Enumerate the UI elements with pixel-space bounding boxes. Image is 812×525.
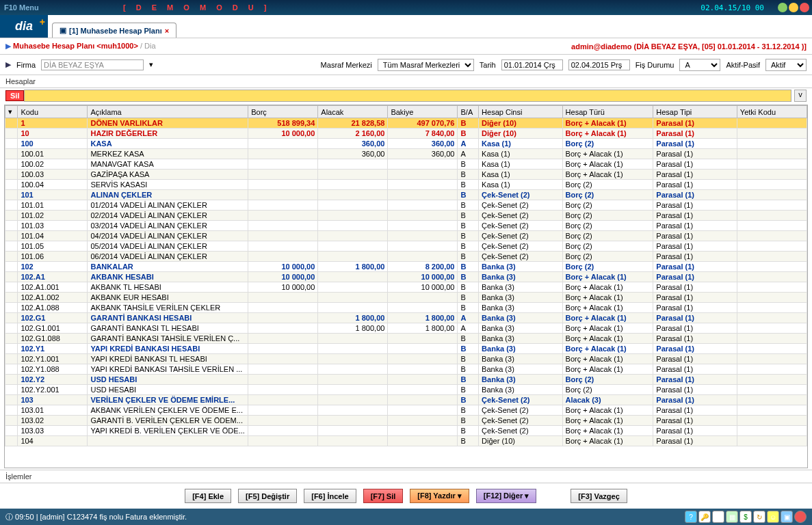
table-row[interactable]: 100.02MANAVGAT KASABKasa (1)Borç + Alaca…: [5, 159, 807, 170]
tarih-from-input[interactable]: [501, 59, 563, 70]
table-row[interactable]: 103.01AKBANK VERİLEN ÇEKLER VE ÖDEME E..…: [5, 405, 807, 416]
table-row[interactable]: 101.0101/2014 VADELİ ALINAN ÇEKLERBÇek-S…: [5, 200, 807, 211]
table-row[interactable]: 102.G1.088GARANTİ BANKASI TAHSİLE VERİLE…: [5, 334, 807, 344]
filter-input[interactable]: [24, 90, 791, 102]
print-button[interactable]: [F8] Yazdır ▾: [410, 489, 469, 503]
close-icon[interactable]: [800, 3, 809, 12]
column-header[interactable]: Hesap Türü: [562, 106, 653, 118]
dropdown-icon[interactable]: ▾: [149, 60, 153, 69]
demo-mode-label: [ D E M O M O D U ]: [123, 3, 270, 12]
masraf-label: Masraf Merkezi: [321, 61, 372, 69]
filter-bar: ▶ Firma ▾ Masraf Merkezi Tüm Masraf Merk…: [0, 55, 812, 75]
subsection-title: İşlemler: [0, 470, 812, 483]
table-row[interactable]: 102.G1.001GARANTİ BANKASI TL HESABI1 800…: [5, 323, 807, 334]
table-row[interactable]: 1DÖNEN VARLIKLAR518 899,3421 828,58497 0…: [5, 118, 807, 129]
money-icon[interactable]: $: [739, 511, 752, 523]
aktif-label: Aktif-Pasif: [726, 61, 760, 69]
table-row[interactable]: 102BANKALAR10 000,001 800,008 200,00BBan…: [5, 262, 807, 272]
table-row[interactable]: 100.01MERKEZ KASA360,00360,00AKasa (1)Bo…: [5, 149, 807, 159]
aktif-select[interactable]: Aktif: [765, 59, 807, 71]
f10-menu[interactable]: F10 Menu: [4, 3, 39, 12]
cancel-button[interactable]: [F3] Vazgeç: [571, 489, 627, 503]
table-row[interactable]: 101.0202/2014 VADELİ ALINAN ÇEKLERBÇek-S…: [5, 211, 807, 221]
table-row[interactable]: 102.Y1YAPI KREDİ BANKASI HESABIBBanka (3…: [5, 344, 807, 354]
key-icon[interactable]: 🔑: [698, 511, 711, 523]
column-header[interactable]: Alacak: [318, 106, 388, 118]
tab-muhasebe-hesap-plani[interactable]: ▣ [1] Muhasebe Hesap Planı ×: [52, 23, 176, 38]
table-row[interactable]: 103VERİLEN ÇEKLER VE ÖDEME EMİRLE...BÇek…: [5, 395, 807, 405]
column-header[interactable]: Yetki Kodu: [737, 106, 807, 118]
maximize-icon[interactable]: [789, 3, 798, 12]
table-row[interactable]: 100.03GAZİPAŞA KASABKasa (1)Borç + Alaca…: [5, 170, 807, 180]
titlebar-timestamp: 02.04.15/10 00: [700, 3, 764, 12]
help-icon[interactable]: ?: [685, 511, 697, 523]
clear-filter-button[interactable]: Sil: [5, 90, 24, 101]
column-header[interactable]: Hesap Tipi: [653, 106, 737, 118]
filter-options-button[interactable]: v: [794, 90, 807, 102]
smiley-icon[interactable]: ☺: [767, 511, 779, 523]
table-row[interactable]: 101.0505/2014 VADELİ ALINAN ÇEKLERBÇek-S…: [5, 241, 807, 252]
table-row[interactable]: 102.G1GARANTİ BANKASI HESABI1 800,001 80…: [5, 313, 807, 323]
table-row[interactable]: 104BDiğer (10)Borç + Alacak (1)Parasal (…: [5, 436, 807, 446]
table-row[interactable]: 103.03YAPI KREDİ B. VERİLEN ÇEKLER VE ÖD…: [5, 426, 807, 436]
info-icon: ⓘ: [5, 513, 13, 521]
masraf-select[interactable]: Tüm Masraf Merkezleri: [378, 59, 474, 71]
column-header[interactable]: Hesap Cinsi: [479, 106, 563, 118]
expand-icon[interactable]: ▶: [5, 60, 11, 69]
fis-label: Fiş Durumu: [636, 61, 675, 69]
status-bar: ⓘ 09:50 | [admin] C123474 fiş nolu Fatur…: [0, 509, 812, 525]
breadcrumb: ▶ Muhasebe Hesap Planı <muh1000> / Dia: [5, 42, 156, 51]
other-button[interactable]: [F12] Diğer ▾: [476, 489, 537, 503]
button-bar: [F4] Ekle [F5] Değiştir [F6] İncele [F7]…: [0, 483, 812, 509]
view-button[interactable]: [F6] İncele: [304, 489, 356, 503]
table-row[interactable]: 102.A1.001AKBANK TL HESABI10 000,0010 00…: [5, 282, 807, 293]
table-row[interactable]: 101.0404/2014 VADELİ ALINAN ÇEKLERBÇek-S…: [5, 231, 807, 241]
table-row[interactable]: 10HAZIR DEĞERLER10 000,002 160,007 840,0…: [5, 129, 807, 139]
table-row[interactable]: 102.Y1.001YAPI KREDİ BANKASI TL HESABIBB…: [5, 354, 807, 364]
add-button[interactable]: [F4] Ekle: [185, 489, 231, 503]
table-row[interactable]: 101.0303/2014 VADELİ ALINAN ÇEKLERBÇek-S…: [5, 221, 807, 231]
firma-label: Firma: [16, 61, 36, 69]
table-row[interactable]: 102.A1.088AKBANK TAHSİLE VERİLEN ÇEKLERB…: [5, 303, 807, 313]
section-title: Hesaplar: [0, 75, 812, 88]
table-row[interactable]: 102.Y2.001USD HESABIBBanka (3)Borç (2)Pa…: [5, 385, 807, 395]
titlebar: F10 Menu [ D E M O M O D U ] 02.04.15/10…: [0, 0, 812, 15]
tab-close-icon[interactable]: ×: [165, 27, 169, 35]
stop-icon[interactable]: [794, 511, 807, 523]
minimize-icon[interactable]: [778, 3, 787, 12]
user-session-label: admin@diademo (DİA BEYAZ EŞYA, [05] 01.0…: [571, 42, 807, 51]
column-header[interactable]: Bakiye: [388, 106, 458, 118]
table-row[interactable]: 102.A1AKBANK HESABI10 000,0010 000,00BBa…: [5, 272, 807, 282]
table-row[interactable]: 100KASA360,00360,00AKasa (1)Borç (2)Para…: [5, 139, 807, 149]
column-header[interactable]: B/A: [458, 106, 479, 118]
accounts-grid[interactable]: ▾KoduAçıklamaBorçAlacakBakiyeB/AHesap Ci…: [4, 105, 808, 468]
screen-icon[interactable]: ▣: [781, 511, 793, 523]
firma-input[interactable]: [41, 59, 144, 70]
calendar-icon[interactable]: ▦: [726, 511, 738, 523]
column-header[interactable]: Açıklama: [88, 106, 248, 118]
table-row[interactable]: 102.Y2USD HESABIBBanka (3)Borç (2)Parasa…: [5, 375, 807, 385]
column-header[interactable]: Kodu: [18, 106, 88, 118]
tarih-label: Tarih: [480, 61, 496, 69]
refresh-icon[interactable]: ↻: [753, 511, 765, 523]
page-icon: ▣: [60, 26, 66, 35]
table-row[interactable]: 102.A1.002AKBANK EUR HESABIBBanka (3)Bor…: [5, 293, 807, 303]
edit-button[interactable]: [F5] Değiştir: [238, 489, 297, 503]
play-icon[interactable]: ▶: [5, 42, 11, 50]
table-row[interactable]: 103.02GARANTİ B. VERİLEN ÇEKLER VE ÖDEM.…: [5, 416, 807, 426]
column-header[interactable]: Borç: [248, 106, 318, 118]
table-row[interactable]: 101ALINAN ÇEKLERBÇek-Senet (2)Borç (2)Pa…: [5, 190, 807, 200]
status-text: 09:50 | [admin] C123474 fiş nolu Fatura …: [15, 513, 187, 521]
calculator-icon[interactable]: ▦: [712, 511, 724, 523]
tarih-to-input[interactable]: [568, 59, 630, 70]
table-row[interactable]: 100.04SERVİS KASASIBKasa (1)Borç (2)Para…: [5, 180, 807, 190]
table-row[interactable]: 101.0606/2014 VADELİ ALINAN ÇEKLERBÇek-S…: [5, 252, 807, 262]
fis-select[interactable]: A: [679, 59, 720, 71]
delete-button[interactable]: [F7] Sil: [363, 489, 404, 503]
table-row[interactable]: 102.Y1.088YAPI KREDİ BANKASI TAHSİLE VER…: [5, 364, 807, 375]
row-selector-header[interactable]: ▾: [5, 106, 18, 118]
tab-label: [1] Muhasebe Hesap Planı: [69, 27, 162, 35]
logo: dia+: [0, 15, 48, 38]
